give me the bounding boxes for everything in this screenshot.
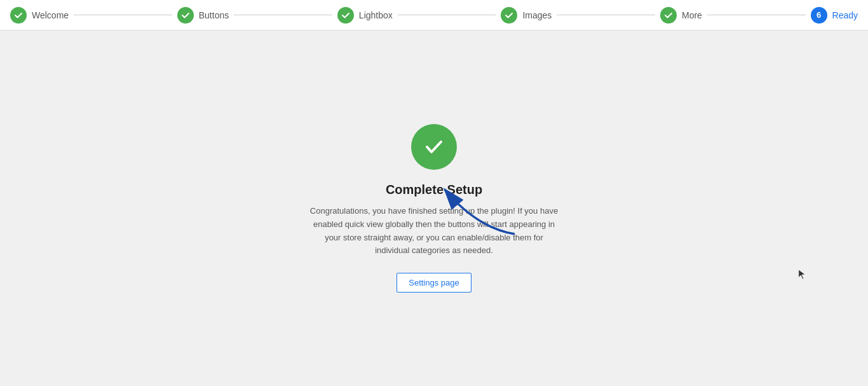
step-number-icon-ready: 6 (811, 7, 827, 24)
wizard-step-images[interactable]: Images (501, 7, 552, 24)
step-complete-icon-lightbox (337, 7, 354, 24)
step-label-buttons: Buttons (199, 10, 229, 20)
setup-description: Congratulations, you have finished setti… (307, 205, 561, 258)
step-connector-5 (707, 15, 806, 15)
wizard-step-welcome[interactable]: Welcome (10, 7, 69, 24)
wizard-step-buttons[interactable]: Buttons (177, 7, 229, 24)
step-label-ready: Ready (832, 10, 858, 20)
step-complete-icon-images (501, 7, 517, 24)
main-content: Complete Setup Congratulations, you have… (0, 31, 868, 386)
step-connector-4 (557, 15, 655, 15)
wizard-step-lightbox[interactable]: Lightbox (337, 7, 393, 24)
wizard-step-ready[interactable]: 6 Ready (811, 7, 858, 24)
cursor-icon (797, 268, 808, 281)
step-complete-icon-more (660, 7, 677, 24)
step-label-welcome: Welcome (32, 10, 69, 20)
step-label-lightbox: Lightbox (359, 10, 393, 20)
success-icon (411, 124, 457, 170)
step-label-more: More (682, 10, 702, 20)
step-connector-3 (398, 15, 496, 15)
setup-title: Complete Setup (386, 183, 482, 197)
step-complete-icon-welcome (10, 7, 27, 24)
wizard-nav: Welcome Buttons Lightbox Images (0, 0, 868, 31)
settings-page-button[interactable]: Settings page (397, 273, 471, 293)
step-label-images: Images (522, 10, 552, 20)
step-connector-1 (74, 15, 172, 15)
step-complete-icon-buttons (177, 7, 194, 24)
step-connector-2 (234, 15, 332, 15)
wizard-step-more[interactable]: More (660, 7, 702, 24)
